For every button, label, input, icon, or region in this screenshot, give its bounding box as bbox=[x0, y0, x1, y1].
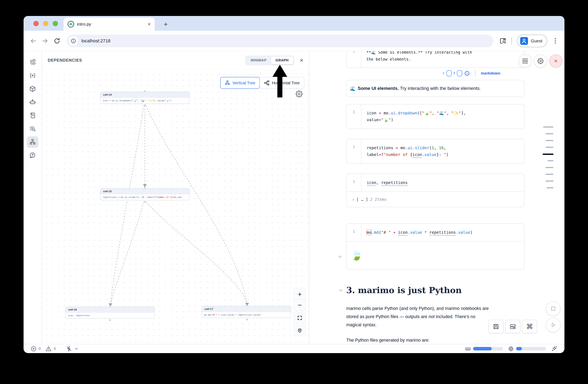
code-editor[interactable]: icon, repetitions bbox=[361, 174, 408, 192]
minimap-mark[interactable] bbox=[546, 167, 553, 168]
zoom-out-button[interactable]: − bbox=[294, 300, 306, 311]
errors-icon[interactable] bbox=[31, 346, 37, 352]
close-window-button[interactable] bbox=[33, 21, 39, 26]
code-editor[interactable]: icon = mo.ui.dropdown(["🍃", "🌊", "✨"],va… bbox=[361, 104, 466, 129]
run-button[interactable] bbox=[546, 318, 561, 332]
sidebar-item-variables[interactable] bbox=[27, 70, 38, 81]
section-paragraph: The Python files generated by marimo are… bbox=[346, 336, 492, 344]
minimap-mark[interactable] bbox=[546, 147, 553, 148]
sidebar-item-snippets[interactable] bbox=[27, 110, 38, 121]
sidebar bbox=[23, 51, 42, 344]
ai-sparkle-icon[interactable] bbox=[551, 346, 557, 352]
code-token: mo.md( bbox=[204, 314, 212, 316]
minimap-mark[interactable] bbox=[546, 174, 553, 175]
code-token: slider bbox=[415, 146, 429, 150]
tuple-output[interactable]: › [ … ] 2 Items bbox=[347, 192, 524, 207]
forward-icon[interactable] bbox=[42, 38, 49, 44]
chevron-down-icon[interactable] bbox=[74, 346, 79, 351]
info-icon[interactable] bbox=[464, 71, 470, 76]
code-token: = bbox=[396, 146, 398, 150]
minimap-mark[interactable] bbox=[543, 127, 553, 128]
stop-button[interactable] bbox=[546, 301, 561, 316]
markdown-editor-cell[interactable]: 1 **🌊 Some UI elements.** Try interactin… bbox=[346, 51, 525, 68]
fit-view-button[interactable] bbox=[294, 312, 306, 323]
stop-icon bbox=[550, 306, 556, 312]
shortcut-key-icon[interactable] bbox=[446, 70, 452, 76]
graph-node-cell-17[interactable]: cell-17 mo.md("# " + icon.value * repeti… bbox=[202, 306, 291, 318]
zoom-in-button[interactable]: + bbox=[294, 288, 306, 300]
sidebar-item-dependencies[interactable] bbox=[27, 136, 38, 148]
minimap-mark-active[interactable] bbox=[543, 154, 553, 155]
sidebar-item-file-explorer[interactable] bbox=[27, 57, 38, 68]
address-bar[interactable]: localhost:2718 bbox=[67, 35, 493, 47]
profile-button[interactable]: Guest bbox=[517, 35, 547, 47]
minimap-mark[interactable] bbox=[546, 187, 553, 188]
code-token: . bbox=[388, 111, 391, 115]
tab-close-icon[interactable]: × bbox=[148, 21, 151, 27]
marimo-favicon-icon: m bbox=[68, 21, 74, 27]
section-collapse-chevron-icon[interactable] bbox=[338, 288, 343, 293]
code-token: "🍃" bbox=[165, 99, 170, 102]
sidebar-item-help[interactable] bbox=[27, 150, 38, 161]
site-info-icon[interactable] bbox=[69, 36, 78, 46]
code-cell-slider[interactable]: 1 repetitions = mo.ui.slider(1, 16,label… bbox=[346, 139, 525, 164]
graph-canvas[interactable]: Vertical Tree Horizontal Tree cell-14 ic… bbox=[42, 70, 309, 344]
status-bar: 0 0 bbox=[23, 344, 565, 353]
sidebar-item-ai-assistant[interactable] bbox=[27, 96, 38, 108]
code-token: ], value= bbox=[153, 99, 165, 102]
code-cell-md[interactable]: 1 mo.md("# " + icon.value * repetitions.… bbox=[346, 223, 525, 270]
warnings-icon[interactable] bbox=[45, 346, 52, 352]
minimap-mark[interactable] bbox=[546, 181, 553, 182]
tab-graph[interactable]: GRAPH bbox=[271, 57, 293, 64]
markdown-source[interactable]: **🌊 Some UI elements.** Try interacting … bbox=[361, 51, 472, 68]
locate-button[interactable] bbox=[294, 325, 306, 336]
new-tab-button[interactable]: + bbox=[161, 19, 171, 29]
code-token: value bbox=[424, 152, 437, 157]
minimap-mark[interactable] bbox=[546, 133, 553, 134]
notebook-menu-button[interactable] bbox=[519, 55, 532, 68]
code-token: "✨" bbox=[451, 111, 461, 115]
sidebar-item-packages[interactable] bbox=[27, 83, 38, 95]
tab-minimap[interactable]: MINIMAP bbox=[246, 57, 271, 64]
node-code: mo.md("# " + icon.value * repetitions.va… bbox=[202, 312, 291, 318]
scroll-minimap[interactable] bbox=[543, 127, 553, 194]
graph-node-cell-15[interactable]: cell-15 repetitions = mo.ui.slider(1, 16… bbox=[100, 188, 189, 200]
code-editor[interactable]: mo.md("# " + icon.value * repetitions.va… bbox=[361, 224, 473, 241]
node-code: icon, repetitions bbox=[66, 313, 154, 318]
layout-button[interactable] bbox=[505, 320, 520, 333]
panel-title: DEPENDENCIES bbox=[48, 58, 82, 63]
expand-chevron-icon[interactable]: › bbox=[352, 197, 355, 202]
graph-node-cell-16[interactable]: cell-16 icon, repetitions bbox=[65, 307, 155, 319]
graph-node-cell-14[interactable]: cell-14 icon = mo.ui.dropdown(["🍃", "🌊",… bbox=[100, 92, 189, 104]
shortcut-key-icon[interactable] bbox=[457, 70, 462, 76]
vertical-tree-button[interactable]: Vertical Tree bbox=[220, 77, 260, 89]
shortcuts-button[interactable]: ⌘ bbox=[522, 320, 537, 333]
close-panel-icon[interactable]: × bbox=[300, 58, 303, 63]
reload-icon[interactable] bbox=[53, 38, 61, 44]
browser-tab[interactable]: m intro.py × bbox=[63, 18, 155, 31]
code-cell-tuple[interactable]: 1 icon, repetitions › [ … ] 2 Items bbox=[346, 173, 525, 207]
code-editor[interactable]: repetitions = mo.ui.slider(1, 16,label=f… bbox=[361, 139, 448, 163]
minimize-window-button[interactable] bbox=[43, 21, 48, 26]
collapse-chevron-icon[interactable] bbox=[337, 254, 343, 259]
tab-title: intro.py bbox=[77, 22, 91, 27]
url-text[interactable]: localhost:2718 bbox=[81, 38, 110, 44]
notebook-settings-button[interactable] bbox=[534, 55, 547, 68]
language-label[interactable]: markdown bbox=[481, 71, 500, 76]
code-cell-dropdown[interactable]: 1 icon = mo.ui.dropdown(["🍃", "🌊", "✨"],… bbox=[346, 104, 525, 129]
minimap-mark[interactable] bbox=[546, 140, 553, 141]
code-token: = bbox=[379, 111, 381, 115]
search-tabs-icon[interactable] bbox=[500, 38, 506, 44]
code-token: { bbox=[410, 152, 412, 157]
graph-settings-gear-icon[interactable] bbox=[296, 91, 303, 97]
browser-menu-icon[interactable] bbox=[552, 38, 558, 43]
minimap-mark[interactable] bbox=[548, 160, 553, 161]
save-button[interactable] bbox=[488, 320, 504, 333]
window-controls bbox=[33, 21, 58, 26]
shutdown-button[interactable]: × bbox=[549, 55, 562, 68]
autorun-disabled-icon[interactable] bbox=[66, 346, 72, 352]
back-icon[interactable] bbox=[30, 38, 37, 44]
sidebar-item-outline[interactable] bbox=[27, 123, 38, 134]
code-token: ( bbox=[379, 230, 381, 235]
maximize-window-button[interactable] bbox=[53, 21, 58, 26]
